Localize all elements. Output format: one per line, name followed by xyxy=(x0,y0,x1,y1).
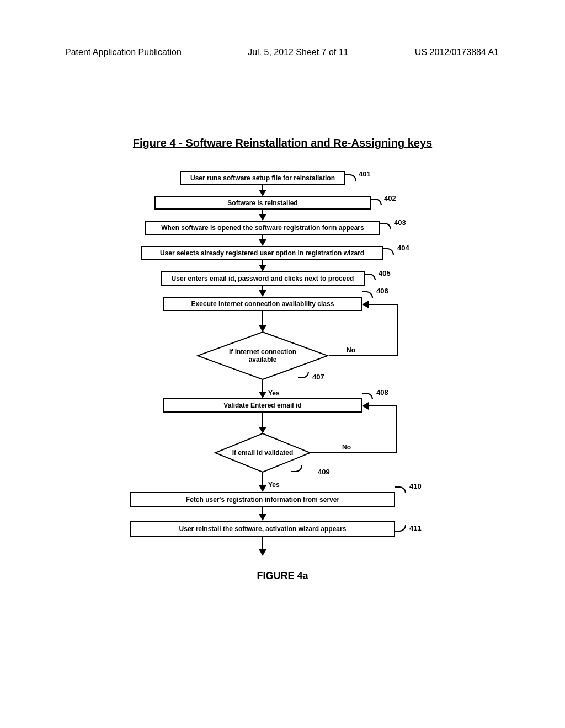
conn-407-no-h xyxy=(329,355,398,356)
conn-407-no-h2 xyxy=(367,304,398,305)
decision-407-text: If Internet connection available xyxy=(224,348,301,364)
header-right: US 2012/0173884 A1 xyxy=(415,47,499,57)
conn-409-no-v xyxy=(396,405,397,453)
step-410: Fetch user's registration information fr… xyxy=(130,492,395,507)
callout-curve-401 xyxy=(345,174,356,181)
step-411-text: User reinstall the software, activation … xyxy=(179,525,347,533)
callout-409: 409 xyxy=(318,468,330,476)
step-411: User reinstall the software, activation … xyxy=(130,521,395,537)
callout-407: 407 xyxy=(312,373,324,381)
step-408-text: Validate Entered email id xyxy=(223,402,301,409)
label-409-yes: Yes xyxy=(268,481,280,489)
callout-404: 404 xyxy=(397,244,409,252)
step-410-text: Fetch user's registration information fr… xyxy=(186,496,339,504)
arrow-403-404 xyxy=(259,239,266,246)
step-405: User enters email id, password and click… xyxy=(161,271,365,286)
conn-411-out xyxy=(262,537,263,550)
arrow-409-no xyxy=(362,402,369,410)
arrow-407-408 xyxy=(259,392,266,398)
conn-407-408 xyxy=(262,379,263,393)
callout-curve-411 xyxy=(395,525,406,532)
callout-curve-406 xyxy=(362,291,373,298)
arrow-407-no xyxy=(362,301,369,308)
step-403: When software is opened the software reg… xyxy=(145,221,380,235)
callout-405: 405 xyxy=(379,269,391,277)
step-402-text: Software is reinstalled xyxy=(227,199,297,207)
step-404: User selects already registered user opt… xyxy=(141,246,383,260)
flowchart: User runs software setup file for reinst… xyxy=(0,165,565,629)
arrow-404-405 xyxy=(259,265,266,271)
arrow-410-411 xyxy=(259,514,266,521)
step-401: User runs software setup file for reinst… xyxy=(180,171,345,185)
figure-caption: FIGURE 4a xyxy=(0,570,565,582)
conn-409-410 xyxy=(262,472,263,486)
arrow-409-410 xyxy=(259,485,266,492)
conn-407-no-v xyxy=(397,304,398,356)
callout-curve-402 xyxy=(371,199,382,205)
step-408: Validate Entered email id xyxy=(163,398,362,413)
step-403-text: When software is opened the software reg… xyxy=(161,224,364,232)
step-405-text: User enters email id, password and click… xyxy=(172,275,354,282)
callout-406: 406 xyxy=(376,287,388,295)
conn-408-409 xyxy=(262,413,263,428)
patent-page: Patent Application Publication Jul. 5, 2… xyxy=(0,0,565,728)
arrow-411-out xyxy=(259,549,266,556)
conn-409-no-h2 xyxy=(367,405,397,406)
header-rule xyxy=(65,60,499,60)
page-header: Patent Application Publication Jul. 5, 2… xyxy=(65,47,499,57)
callout-403: 403 xyxy=(394,218,406,227)
step-402: Software is reinstalled xyxy=(154,196,371,210)
callout-curve-403 xyxy=(380,223,391,229)
conn-409-no-h xyxy=(310,452,397,453)
decision-407: If Internet connection available xyxy=(224,341,301,371)
figure-title: Figure 4 - Software Reinstallation and R… xyxy=(0,137,565,149)
callout-401: 401 xyxy=(359,170,371,178)
callout-402: 402 xyxy=(384,194,396,202)
callout-408: 408 xyxy=(376,388,388,397)
step-406: Execute Internet connection availability… xyxy=(163,297,362,311)
arrow-405-406 xyxy=(259,290,266,297)
decision-409: If email id validated xyxy=(231,441,295,464)
label-409-no: No xyxy=(342,443,351,451)
label-407-yes: Yes xyxy=(268,389,280,397)
callout-410: 410 xyxy=(409,482,422,490)
step-404-text: User selects already registered user opt… xyxy=(160,249,364,257)
header-left: Patent Application Publication xyxy=(65,47,182,57)
callout-curve-408 xyxy=(362,393,373,399)
callout-curve-410 xyxy=(395,486,406,493)
conn-406-407 xyxy=(262,311,263,326)
callout-411: 411 xyxy=(409,524,422,532)
arrow-401-402 xyxy=(259,190,266,196)
arrow-402-403 xyxy=(259,214,266,221)
callout-curve-404 xyxy=(383,248,394,255)
step-401-text: User runs software setup file for reinst… xyxy=(190,174,335,182)
header-center: Jul. 5, 2012 Sheet 7 of 11 xyxy=(248,47,348,57)
label-407-no: No xyxy=(347,346,355,354)
decision-409-text: If email id validated xyxy=(232,449,294,457)
step-406-text: Execute Internet connection availability… xyxy=(191,300,334,308)
callout-curve-405 xyxy=(365,274,376,280)
